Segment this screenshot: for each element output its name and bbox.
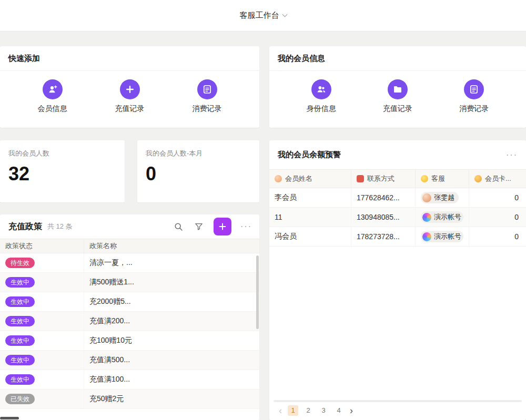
policy-status-cell: 生效中 [0,312,84,331]
stat-label: 我的会员人数 [8,149,116,158]
policy-name-cell: 充2000赠5... [84,292,259,311]
status-badge: 生效中 [5,355,35,365]
policy-name-cell: 清凉一夏，... [84,253,259,272]
policy-row[interactable]: 生效中 充100赠10元 [0,331,259,351]
policy-name-cell: 充50赠2元 [84,390,259,408]
policy-status-cell: 已失效 [0,390,84,408]
column-header[interactable]: 会员姓名 [269,170,351,188]
contact-cell: 130948085... [351,208,416,227]
agent-chip[interactable]: 演示帐号 [421,211,463,223]
policy-status-cell: 生效中 [0,351,84,370]
policy-row[interactable]: 生效中 满500赠送1... [0,273,259,292]
column-field-icon [357,175,364,182]
policy-status-cell: 生效中 [0,370,84,389]
avatar [422,193,431,202]
policy-name-cell: 充值满100... [84,370,259,389]
my-member-info-card: 我的会员信息 身份信息 充值记录 消费记录 [269,46,526,128]
status-badge: 生效中 [5,374,35,385]
agent-name: 演示帐号 [434,232,461,241]
page-button[interactable]: 2 [303,405,313,416]
card-header: 充值政策 共 12 条 ··· [0,214,259,239]
contact-cell: 178273728... [351,227,416,246]
policy-row[interactable]: 待生效 清凉一夏，... [0,253,259,273]
search-icon [174,222,184,232]
agent-cell: 演示帐号 [416,227,469,246]
member-name-cell: 李会员 [269,188,351,207]
page-button[interactable]: 3 [318,405,329,416]
column-label: 会员姓名 [285,174,312,183]
filter-icon [194,222,204,231]
chevron-down-icon [282,12,287,17]
agent-cell: 张雯越 [416,188,469,207]
table-body: 待生效 清凉一夏，... 生效中 满500赠送1... 生效中 充2000赠5.… [0,253,259,409]
workspace-switcher[interactable]: 客服工作台 [240,11,287,21]
agent-chip[interactable]: 张雯越 [421,192,459,203]
action-label: 充值记录 [115,104,145,114]
avatar [422,232,431,241]
card-balance-cell: 0 [469,188,526,207]
identity-info-button[interactable]: 身份信息 [296,79,347,114]
page-title: 客服工作台 [240,11,279,21]
member-row[interactable]: 11 130948085... 演示帐号 0 [269,208,526,227]
member-row[interactable]: 冯会员 178273728... 演示帐号 0 [269,227,526,247]
status-badge: 生效中 [5,316,35,326]
column-field-icon [421,175,428,182]
agent-cell: 演示帐号 [416,208,469,227]
policy-status-cell: 生效中 [0,331,84,350]
search-button[interactable] [173,221,184,232]
column-header[interactable]: 客服 [416,170,469,188]
recharge-policy-card: 充值政策 共 12 条 ··· 政策状态 政策名称 待生效 清凉一夏，... [0,214,259,420]
folder-icon [388,79,408,99]
page-button[interactable]: 1 [288,405,298,416]
more-options-button[interactable]: ··· [240,222,252,231]
record-count: 共 12 条 [47,222,73,231]
action-label: 消费记录 [193,104,222,114]
policy-row[interactable]: 生效中 充2000赠5... [0,292,259,312]
member-name-cell: 11 [269,208,351,227]
status-badge: 生效中 [5,296,35,307]
page-list: 1 2 3 4 [288,405,344,416]
table-header: 会员姓名 联系方式 客服 会员卡... [269,169,526,188]
policy-row[interactable]: 生效中 充值满200... [0,312,259,331]
policy-row[interactable]: 已失效 充50赠2元 [0,390,259,409]
policy-name-cell: 充值满500... [84,351,259,370]
stat-card-member-count: 我的会员人数 32 [0,140,125,202]
column-label: 联系方式 [367,174,394,183]
agent-chip[interactable]: 演示帐号 [421,231,463,242]
vertical-scrollbar[interactable] [256,255,259,329]
policy-name-cell: 充100赠10元 [84,331,259,350]
card-title: 充值政策 [8,221,42,232]
plus-icon [218,222,227,231]
column-header[interactable]: 会员卡... [469,170,526,188]
horizontal-scrollbar[interactable] [0,417,19,419]
horizontal-scrollbar[interactable] [274,400,522,402]
quick-add-recharge-button[interactable]: 充值记录 [105,79,155,114]
policy-row[interactable]: 生效中 充值满100... [0,370,259,390]
stat-value: 0 [146,165,251,183]
filter-button[interactable] [193,221,205,232]
member-name-cell: 冯会员 [269,227,351,246]
recharge-records-button[interactable]: 充值记录 [372,79,423,114]
quick-add-member-info-button[interactable]: 会员信息 [27,79,78,114]
column-header-name[interactable]: 政策名称 [84,239,259,253]
action-label: 会员信息 [38,104,67,114]
add-policy-button[interactable] [214,218,231,235]
policy-row[interactable]: 生效中 充值满500... [0,351,259,370]
member-info-actions: 身份信息 充值记录 消费记录 [269,71,526,114]
action-label: 消费记录 [459,104,489,114]
quick-add-consumption-button[interactable]: 消费记录 [182,79,232,114]
member-row[interactable]: 李会员 177628462... 张雯越 0 [269,188,526,208]
policy-name-cell: 满500赠送1... [84,273,259,292]
plus-icon [120,79,140,99]
consumption-records-button[interactable]: 消费记录 [449,79,499,114]
toolbar: ··· [173,218,252,235]
page-button[interactable]: 4 [333,405,344,416]
agent-name: 演示帐号 [434,212,461,222]
column-header-status[interactable]: 政策状态 [0,239,84,253]
column-field-icon [474,175,482,182]
more-options-button[interactable]: ··· [506,151,518,159]
quick-add-card: 快速添加 会员信息 充值记录 消费记录 [0,46,259,128]
prev-page-button[interactable]: ‹ [278,406,283,415]
next-page-button[interactable]: › [349,406,354,415]
column-header[interactable]: 联系方式 [351,170,416,188]
